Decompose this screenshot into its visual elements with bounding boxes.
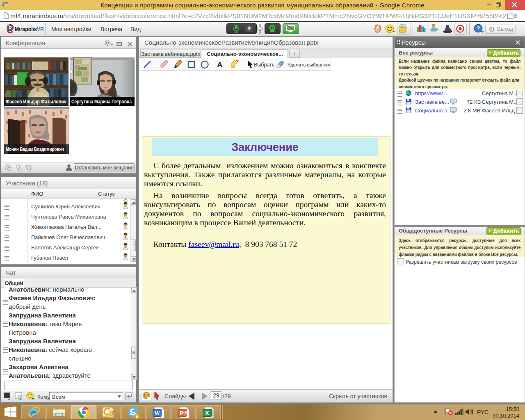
svg-text:Монин Вадим Владимирович: Монин Вадим Владимирович (6, 146, 64, 152)
svg-text:Сергутина Марина Петровна: Сергутина Марина Петровна (71, 98, 132, 105)
svg-text:Выбрать: Выбрать (254, 62, 274, 68)
svg-text:Фасеев Ильдар Фазылович: Фасеев Ильдар Фазылович (6, 98, 66, 105)
svg-text:Удалить выбранное: Удалить выбранное (288, 62, 330, 67)
svg-text:P: P (180, 410, 183, 416)
svg-text:5: 5 (136, 414, 139, 419)
svg-text:X: X (205, 410, 209, 416)
svg-text:A: A (217, 60, 223, 69)
svg-text:?: ? (477, 25, 480, 32)
svg-text:W: W (154, 410, 160, 416)
